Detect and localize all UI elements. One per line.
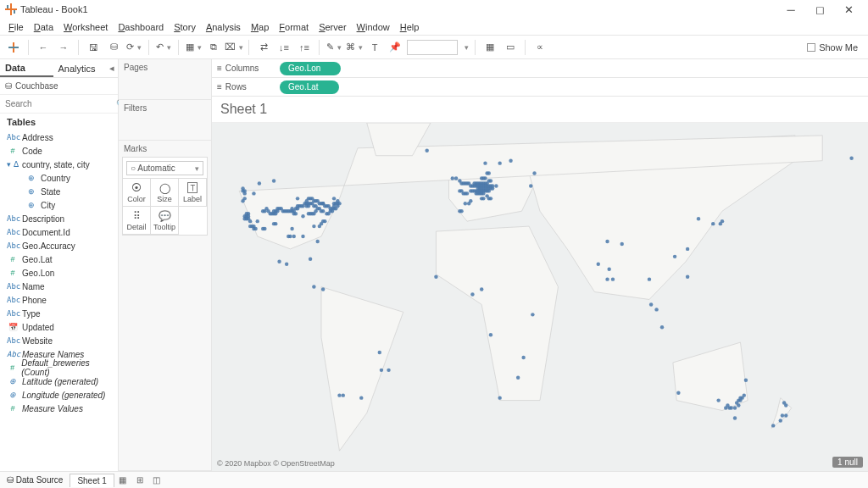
field-address[interactable]: AbcAddress xyxy=(0,130,118,144)
marks-color[interactable]: ⦿Color xyxy=(122,178,151,207)
clear-button[interactable]: ⌧▾ xyxy=(225,39,242,56)
back-button[interactable]: ← xyxy=(35,39,52,56)
svg-point-212 xyxy=(312,285,315,288)
field-city[interactable]: ⊕City xyxy=(0,198,118,212)
svg-point-97 xyxy=(241,199,244,202)
datasource-name: Couchbase xyxy=(15,81,58,91)
field-type[interactable]: AbcType xyxy=(0,307,118,320)
highlight-button[interactable]: ✎▾ xyxy=(326,39,342,56)
field-state[interactable]: ⊕State xyxy=(0,185,118,198)
field-name[interactable]: AbcName xyxy=(0,280,118,293)
svg-point-239 xyxy=(660,325,664,329)
group-button[interactable]: ⌘▾ xyxy=(346,39,363,56)
refresh-button[interactable]: ⟳▾ xyxy=(125,39,142,56)
minimize-button[interactable]: ─ xyxy=(776,1,805,18)
share-button[interactable]: ∝ xyxy=(531,39,548,56)
field-website[interactable]: AbcWebsite xyxy=(0,334,118,347)
menu-server[interactable]: Server xyxy=(314,20,351,34)
forward-button[interactable]: → xyxy=(55,39,72,56)
marks-label[interactable]: 🅃Label xyxy=(178,178,207,207)
save-button[interactable]: 🖫 xyxy=(85,39,102,56)
menu-file[interactable]: File xyxy=(3,20,29,34)
undo-button[interactable]: ↶▾ xyxy=(155,39,172,56)
marks-type-dropdown[interactable]: ○ Automatic▾ xyxy=(126,161,203,175)
field-measure-values[interactable]: #Measure Values xyxy=(0,402,118,415)
presentation-button[interactable]: ▦ xyxy=(481,39,498,56)
svg-point-80 xyxy=(480,176,483,180)
field-geo-accuracy[interactable]: AbcGeo.Accuracy xyxy=(0,239,118,252)
tableau-logo-icon[interactable] xyxy=(5,39,22,56)
tab-data[interactable]: Data xyxy=(0,59,53,77)
new-datasource-button[interactable]: ⛁ xyxy=(105,39,122,56)
search-input[interactable] xyxy=(3,97,114,110)
maximize-button[interactable]: ◻ xyxy=(805,1,834,18)
menu-worksheet[interactable]: Worksheet xyxy=(58,20,113,34)
pane-collapse-icon[interactable]: ◂ xyxy=(106,59,118,77)
svg-point-249 xyxy=(733,406,737,409)
pin-button[interactable]: 📌 xyxy=(387,39,403,56)
field-country[interactable]: ⊕Country xyxy=(0,171,118,185)
sort-desc-button[interactable]: ↑≡ xyxy=(296,39,313,56)
field-geo-lat[interactable]: #Geo.Lat xyxy=(0,252,118,266)
new-sheet-button[interactable]: ▦ xyxy=(114,475,131,485)
field-phone[interactable]: AbcPhone xyxy=(0,293,118,307)
field-updated[interactable]: 📅Updated xyxy=(0,320,118,334)
rows-pill[interactable]: Geo.Lat xyxy=(280,80,339,94)
marks-size[interactable]: ◯Size xyxy=(150,178,179,207)
new-dashboard-button[interactable]: ⊞ xyxy=(131,475,148,485)
close-button[interactable]: ✕ xyxy=(834,1,863,18)
null-indicator[interactable]: 1 null xyxy=(832,457,863,468)
svg-point-83 xyxy=(498,161,501,164)
field-country-state-city[interactable]: ▾ ᐃcountry, state, city xyxy=(0,158,118,171)
menu-format[interactable]: Format xyxy=(274,20,314,34)
field-document-id[interactable]: AbcDocument.Id xyxy=(0,225,118,239)
dashboard-button[interactable]: ▭ xyxy=(502,39,519,56)
duplicate-button[interactable]: ⧉ xyxy=(205,39,222,56)
tab-analytics[interactable]: Analytics xyxy=(53,59,107,77)
svg-point-165 xyxy=(287,235,290,238)
svg-point-215 xyxy=(342,393,345,396)
field-description[interactable]: AbcDescription xyxy=(0,212,118,225)
svg-point-224 xyxy=(498,396,501,399)
svg-point-223 xyxy=(516,376,520,380)
svg-point-218 xyxy=(387,369,390,372)
svg-point-214 xyxy=(359,396,363,399)
marks-detail[interactable]: ⠿Detail xyxy=(122,206,151,235)
new-worksheet-button[interactable]: ▦▾ xyxy=(185,39,202,56)
sheet-tab[interactable]: Sheet 1 xyxy=(70,474,114,487)
field-code[interactable]: #Code xyxy=(0,144,118,158)
menu-analysis[interactable]: Analysis xyxy=(201,20,246,34)
field-longitude-generated-[interactable]: ⊕Longitude (generated) xyxy=(0,388,118,402)
field-default-breweries-count-[interactable]: #Default_breweries (Count) xyxy=(0,361,118,374)
map-viz[interactable]: © 2020 Mapbox © OpenStreetMap 1 null xyxy=(212,123,868,471)
new-story-button[interactable]: ◫ xyxy=(148,475,165,485)
menu-data[interactable]: Data xyxy=(29,20,58,34)
menu-story[interactable]: Story xyxy=(169,20,201,34)
rows-icon: ≡ xyxy=(217,82,222,92)
menu-dashboard[interactable]: Dashboard xyxy=(113,20,169,34)
field-geo-lon[interactable]: #Geo.Lon xyxy=(0,266,118,280)
menu-window[interactable]: Window xyxy=(352,20,395,34)
data-source-tab[interactable]: ⛁ Data Source xyxy=(0,474,70,486)
fit-selector[interactable] xyxy=(407,40,458,55)
svg-point-86 xyxy=(425,149,428,152)
menu-map[interactable]: Map xyxy=(246,20,274,34)
svg-point-234 xyxy=(686,247,689,251)
columns-icon: ≡ xyxy=(217,64,222,73)
sort-asc-button[interactable]: ↓≡ xyxy=(275,39,292,56)
labels-button[interactable]: T xyxy=(366,39,383,56)
svg-point-209 xyxy=(285,263,288,266)
pages-shelf[interactable] xyxy=(119,75,211,99)
marks-tooltip[interactable]: 💬Tooltip xyxy=(150,206,179,235)
menu-help[interactable]: Help xyxy=(395,20,425,34)
toolbar: ← → 🖫 ⛁ ⟳▾ ↶▾ ▦▾ ⧉ ⌧▾ ⇄ ↓≡ ↑≡ ✎▾ ⌘▾ T 📌 … xyxy=(0,36,868,59)
show-me-button[interactable]: Show Me xyxy=(802,41,863,54)
swap-button[interactable]: ⇄ xyxy=(255,39,272,56)
datasource-row[interactable]: ⛁ Couchbase xyxy=(0,78,118,95)
svg-point-228 xyxy=(597,263,600,266)
sheet-title[interactable]: Sheet 1 xyxy=(212,97,868,123)
filters-shelf[interactable] xyxy=(119,116,211,140)
svg-point-248 xyxy=(730,406,733,409)
svg-point-220 xyxy=(434,274,437,278)
columns-pill[interactable]: Geo.Lon xyxy=(280,62,341,75)
